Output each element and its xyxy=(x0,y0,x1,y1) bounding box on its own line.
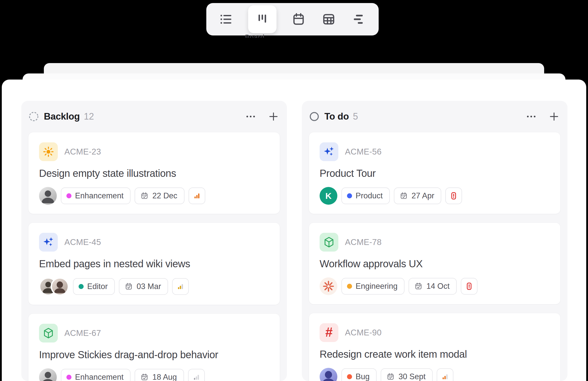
list-view-button[interactable] xyxy=(218,11,234,27)
sparkles-icon xyxy=(320,142,338,161)
work-item-title: Embed pages in nested wiki views xyxy=(39,258,269,270)
column-more-button[interactable] xyxy=(244,110,257,123)
column-header: Backlog 12 xyxy=(28,101,280,132)
cube-icon xyxy=(39,324,58,342)
kanban-board-screen: Board Backlog 12 xyxy=(0,0,588,381)
priority-bars-icon xyxy=(192,191,202,201)
work-item-id: ACME-45 xyxy=(64,237,101,247)
work-item-id: ACME-23 xyxy=(64,147,101,157)
column-header: To do 5 xyxy=(309,101,561,132)
calendar-check-icon xyxy=(386,372,395,381)
label-chip[interactable]: Enhancement xyxy=(61,187,131,204)
due-date-chip[interactable]: 30 Sept xyxy=(381,368,433,381)
sun-icon xyxy=(39,142,58,161)
calendar-check-icon xyxy=(399,192,408,200)
card-acme-67[interactable]: ACME-67 Improve Stickies drag-and-drop b… xyxy=(28,313,280,381)
clipped-tooltip-text: Board xyxy=(236,34,274,38)
label-text: Enhancement xyxy=(75,191,123,200)
ellipsis-icon xyxy=(525,111,537,122)
urgent-exclamation-icon xyxy=(449,191,458,201)
column-more-button[interactable] xyxy=(525,110,538,123)
sparkles-icon xyxy=(39,233,58,252)
label-chip[interactable]: Engineering xyxy=(341,278,405,295)
work-item-id: ACME-78 xyxy=(345,237,381,247)
priority-chip-urgent[interactable] xyxy=(445,187,462,204)
assignee-avatar-initial: K xyxy=(320,187,337,205)
label-chip[interactable]: Enhancement xyxy=(61,369,131,381)
work-item-title: Redesign create work item modal xyxy=(320,348,550,360)
priority-chip-medium[interactable] xyxy=(437,368,453,381)
due-date-chip[interactable]: 27 Apr xyxy=(394,187,442,204)
label-chip[interactable]: Product xyxy=(341,187,390,204)
assignee-avatar xyxy=(39,187,57,205)
todo-status-icon xyxy=(309,111,320,122)
column-add-button[interactable] xyxy=(547,110,561,123)
label-text: Editor xyxy=(87,282,108,291)
board-view-button-selected[interactable] xyxy=(248,5,277,33)
label-chip[interactable]: Bug xyxy=(341,368,377,381)
urgent-exclamation-icon xyxy=(464,281,474,291)
assignee-avatar-stack xyxy=(39,277,69,296)
assignee-avatar-logo xyxy=(320,277,337,295)
card-acme-45[interactable]: ACME-45 Embed pages in nested wiki views xyxy=(28,222,280,305)
work-item-title: Design empty state illustrations xyxy=(39,167,269,179)
due-date-chip[interactable]: 03 Mar xyxy=(119,278,168,295)
work-item-id: ACME-90 xyxy=(345,328,381,337)
hash-glyph: # xyxy=(325,326,333,339)
label-dot xyxy=(347,193,352,198)
assignee-avatar xyxy=(39,368,57,381)
label-text: Engineering xyxy=(356,282,397,291)
calendar-check-icon xyxy=(140,373,149,381)
due-date-text: 14 Oct xyxy=(426,282,449,291)
label-chip[interactable]: Editor xyxy=(73,278,115,295)
timeline-view-button[interactable] xyxy=(351,11,367,27)
work-item-title: Product Tour xyxy=(320,167,550,179)
board-view-icon xyxy=(255,12,270,27)
card-acme-78[interactable]: ACME-78 Workflow approvals UX Engineerin… xyxy=(309,222,561,304)
column-add-button[interactable] xyxy=(267,110,280,123)
assignee-avatar xyxy=(320,368,337,381)
due-date-chip[interactable]: 22 Dec xyxy=(135,187,184,204)
card-list: ACME-23 Design empty state illustrations… xyxy=(28,132,280,381)
work-item-title: Workflow approvals UX xyxy=(320,258,550,270)
calendar-view-button[interactable] xyxy=(290,11,307,27)
cube-icon xyxy=(320,233,338,252)
due-date-chip[interactable]: 18 Aug xyxy=(135,369,184,381)
due-date-text: 03 Mar xyxy=(137,282,161,291)
priority-bars-icon xyxy=(176,282,185,291)
plus-icon xyxy=(548,111,560,122)
card-acme-90[interactable]: # ACME-90 Redesign create work item moda… xyxy=(309,313,561,381)
ellipsis-icon xyxy=(245,111,256,122)
starburst-icon xyxy=(322,279,335,293)
label-dot xyxy=(347,284,352,289)
column-backlog: Backlog 12 ACME-23 xyxy=(21,101,287,381)
label-dot xyxy=(66,193,71,198)
table-view-icon xyxy=(321,12,336,27)
calendar-check-icon xyxy=(124,282,133,291)
priority-chip-urgent[interactable] xyxy=(461,278,477,295)
timeline-view-icon xyxy=(352,12,366,27)
priority-bars-icon xyxy=(192,372,201,381)
card-acme-23[interactable]: ACME-23 Design empty state illustrations… xyxy=(28,132,280,214)
priority-chip-medium[interactable] xyxy=(172,278,189,295)
work-item-id: ACME-67 xyxy=(64,328,101,338)
label-text: Enhancement xyxy=(75,373,123,381)
card-list: ACME-56 Product Tour K Product xyxy=(309,132,561,381)
card-acme-56[interactable]: ACME-56 Product Tour K Product xyxy=(309,132,561,214)
due-date-chip[interactable]: 14 Oct xyxy=(409,278,456,295)
work-item-title: Improve Stickies drag-and-drop behavior xyxy=(39,349,269,361)
label-text: Bug xyxy=(356,372,370,381)
calendar-view-icon xyxy=(291,12,306,27)
priority-chip-low[interactable] xyxy=(188,369,205,381)
avatar-initial-letter: K xyxy=(325,191,332,201)
due-date-text: 30 Sept xyxy=(398,372,426,381)
due-date-text: 27 Apr xyxy=(412,191,434,200)
label-dot xyxy=(347,374,352,379)
table-view-button[interactable] xyxy=(321,11,337,27)
label-text: Product xyxy=(356,191,383,200)
column-title: Backlog xyxy=(44,111,80,122)
assignee-avatar xyxy=(51,277,69,296)
priority-chip-high[interactable] xyxy=(189,187,205,204)
label-dot xyxy=(66,375,71,380)
column-count: 12 xyxy=(84,111,94,122)
